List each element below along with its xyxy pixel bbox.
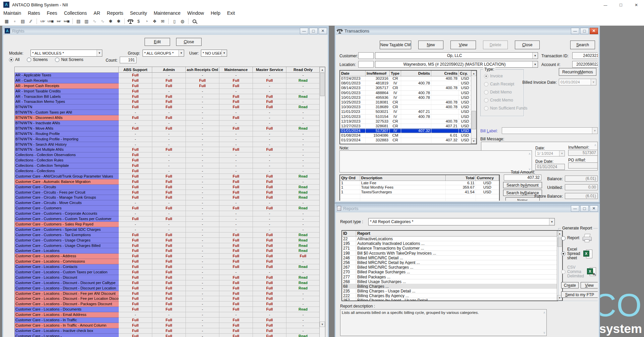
item-row[interactable]: 1Late Fee6.11USD <box>340 181 499 185</box>
printer-icon[interactable] <box>582 234 592 243</box>
generate-radio-report[interactable]: Report <box>561 236 579 240</box>
items-column-header[interactable]: Qty Ord <box>340 175 360 181</box>
transactions-column-header[interactable]: Debits <box>401 71 431 76</box>
transaction-row[interactable]: 10/25/2023318081CR400.78USD <box>340 100 476 105</box>
menu-window[interactable]: Window <box>184 10 207 16</box>
item-row[interactable] <box>340 199 499 201</box>
report-row[interactable]: 256Billed MRC/NRC Detail by Agent ... <box>342 260 562 265</box>
report-row[interactable]: 198Bill $0 Accounts With TakeOrPay Invoi… <box>342 251 562 256</box>
transactions-close-icon[interactable] <box>590 28 598 34</box>
rights-row[interactable]: Collections - Collection ObservationsFul… <box>15 152 325 158</box>
report-row[interactable]: 246Billed MRC/NRC Detail ... <box>342 256 562 260</box>
menu-maintain[interactable]: Maintain <box>0 10 24 16</box>
rates-icon[interactable]: ⁄⁄ <box>27 18 35 24</box>
rights-row[interactable]: Collections - CollectionsFull----- <box>15 168 325 174</box>
ld-rates-icon[interactable]: LD⁄ <box>39 18 46 24</box>
locations-icon[interactable]: ▤ <box>19 18 26 24</box>
search-button[interactable]: Search <box>570 41 595 49</box>
excel-icon[interactable] <box>583 249 593 259</box>
new-taxable-cm-button[interactable]: New Taxable CM <box>380 41 411 49</box>
menu-rates[interactable]: Rates <box>24 10 44 16</box>
report-row[interactable]: 257Billing Charges by Agent - Usage Deta… <box>342 298 562 301</box>
location-select[interactable]: Waynesboro, MS (# 2022059022) (MASTER LO… <box>375 61 538 68</box>
rights-row[interactable]: Customer Care - Automatic Balance Migrat… <box>15 179 325 185</box>
rights-row[interactable]: Customer Care - Locations - Discount - F… <box>15 296 325 301</box>
report-row[interactable]: 267Billed MRC/NRC Surcharges ... <box>342 265 562 270</box>
billed-invoice-date-select[interactable]: 01/01/2024 <box>559 79 596 85</box>
rights-row[interactable]: AR - Cash ReceiptsFullFullFullFullFullRe… <box>15 78 325 83</box>
process-alt-icon[interactable]: ✱ <box>115 18 122 24</box>
report-row[interactable]: 222Billing Charges By Agency ... <box>342 293 562 298</box>
usage-icon[interactable]: ∿ <box>91 18 98 24</box>
menu-fees[interactable]: Fees <box>44 10 61 16</box>
customer-code-input[interactable] <box>358 52 374 59</box>
ld-rate-sheet-icon[interactable]: LD▦ <box>47 18 54 24</box>
rights-row[interactable]: Customer Care - Locations - ContactsFull… <box>15 264 325 270</box>
rights-row[interactable]: BTN/WTN - Set Multiple ANIsFullFull-Full… <box>15 147 325 152</box>
date-select[interactable]: 1/ 1/2024 <box>535 150 565 156</box>
transaction-row[interactable]: 10/30/2023318689CR400.78USD <box>340 105 476 110</box>
search-by-amount-button[interactable]: Search by Amount <box>503 182 542 188</box>
invoice-edit-icon[interactable]: ▥ <box>83 18 90 24</box>
rights-row[interactable]: Customer Care - Customers - Sales Rep Pa… <box>15 222 325 227</box>
note-box[interactable]: ∧ ∨ <box>339 150 532 173</box>
rights-row[interactable]: Customer Care - CustomersFullFull-FullFu… <box>15 206 325 211</box>
filter-radio-all[interactable]: All <box>9 57 19 62</box>
rights-close-button[interactable]: Close <box>176 38 202 46</box>
chevron-down-icon[interactable]: ∨ <box>543 331 545 334</box>
type-radio-non-sufficient-funds[interactable]: Non Sufficient Funds <box>484 106 527 111</box>
invoices-icon[interactable]: ▤ <box>75 18 82 24</box>
chevron-up-icon[interactable]: ∧ <box>594 143 596 147</box>
rights-minimize-icon[interactable] <box>300 28 308 34</box>
chevron-down-icon[interactable] <box>549 218 554 225</box>
transactions-restore-icon[interactable] <box>580 28 589 34</box>
rights-row[interactable]: BTN/WTN - Inactivate ANIs------ <box>15 121 325 126</box>
transaction-row[interactable]: 07/24/2023302316CR400.78USD <box>340 76 476 81</box>
reports-column-header[interactable]: ID <box>342 231 356 237</box>
item-row[interactable]: 1Total Monthly Fees359.67USD <box>340 185 499 190</box>
report-type-select[interactable]: * All Report Categories * <box>368 218 555 225</box>
payments-icon[interactable]: $ <box>135 18 142 24</box>
group-select[interactable]: * ALL GROUPS * <box>143 50 184 57</box>
transaction-row[interactable]: 08/01/2023481819IV400.78USD <box>340 81 476 86</box>
report-row[interactable]: 268Billed Usage Surcharges ... <box>342 279 562 284</box>
rights-row[interactable]: Customer Care - Locations - In TrafficFu… <box>15 318 325 323</box>
rights-row[interactable]: Customer Care - Customers - Custom Taxes… <box>15 216 325 222</box>
transaction-row[interactable]: 12/01/2023510154IV400.78USD <box>340 115 476 119</box>
reports-column-header[interactable]: Report <box>356 231 557 237</box>
rights-row[interactable]: Customer Care - Locations - Discount - F… <box>15 291 325 296</box>
rights-row[interactable]: Customer Care - ANI/Circuit/Trunk Group … <box>15 174 325 179</box>
item-row[interactable]: 1Taxes/Surcharges41.54USD <box>340 190 499 194</box>
rights-row[interactable]: BTN/WTN - Disconnect ANIsFullFull-Full-- <box>15 115 325 121</box>
rights-row[interactable]: Customer Care - Circuits - Fees per Circ… <box>15 190 325 195</box>
transactions-column-header[interactable]: Inv/Memo# <box>366 71 390 76</box>
intl-rate-sheet-icon[interactable]: Int▦ <box>63 18 70 24</box>
transactions-column-header[interactable]: Ccy. <box>459 71 472 76</box>
rights-column-header[interactable]: Maintenance <box>219 67 253 73</box>
reports-icon[interactable]: ▯ <box>171 18 178 24</box>
transaction-row[interactable]: 12/19/2023327533CR400.78USD <box>340 119 476 124</box>
view-button[interactable]: View <box>450 41 476 49</box>
close-button[interactable]: Close <box>515 41 540 49</box>
edit-button[interactable]: Edit <box>145 38 170 46</box>
search-icon[interactable] <box>191 18 198 24</box>
rights-column-header[interactable]: Read Only <box>286 67 320 73</box>
items-column-header[interactable]: Description <box>360 175 446 181</box>
report-row[interactable]: 22AllInactiveLocations <box>342 237 562 241</box>
location-code-input[interactable] <box>358 61 374 68</box>
reports-minimize-icon[interactable] <box>571 205 579 212</box>
menu-reports[interactable]: Reports <box>104 10 127 16</box>
view-button[interactable]: View <box>581 282 598 288</box>
create-button[interactable]: Create <box>561 282 579 288</box>
rights-row[interactable]: AR - Transaction Bill LabelsFullFull-Ful… <box>15 94 325 99</box>
transactions-column-header[interactable]: Credits <box>431 71 459 76</box>
rights-row[interactable]: Customer Care - Locations - Discount - D… <box>15 280 325 286</box>
rights-column-header[interactable] <box>15 67 119 73</box>
web-icon[interactable]: ◍ <box>179 18 186 24</box>
rights-row[interactable]: BTN/WTN - Custom Taxes per ANI------ <box>15 110 325 115</box>
rights-row[interactable]: Collections - Collection TemplateFull---… <box>15 163 325 168</box>
transactions-column-header[interactable]: Date <box>340 71 366 76</box>
scroll-up-icon[interactable]: ▲ <box>320 67 325 72</box>
scroll-thumb[interactable] <box>320 73 325 96</box>
transactions-icon[interactable] <box>127 18 134 24</box>
